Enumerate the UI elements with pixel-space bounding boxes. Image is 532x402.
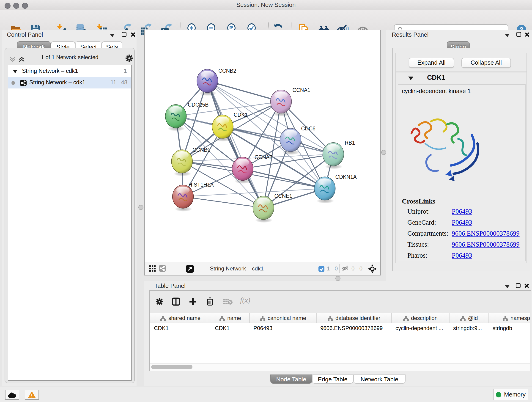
function-builder-icon: f(x) bbox=[240, 296, 250, 304]
table-panel-title: Table Panel bbox=[154, 282, 186, 289]
gene-detail-box: cyclin-dependent kinase 1 bbox=[398, 84, 526, 261]
network-options-gear-icon[interactable] bbox=[125, 54, 133, 62]
table-tab-node-table[interactable]: Node Table bbox=[270, 375, 312, 384]
network-node-HIST1H1A[interactable]: HIST1H1A bbox=[172, 182, 214, 211]
column-header-canonical-name[interactable]: canonical name bbox=[250, 313, 317, 323]
scrollbar-thumb[interactable] bbox=[151, 365, 192, 369]
crosslink-value[interactable]: 9606.ENSP00000378699 bbox=[452, 230, 520, 237]
network-node-count: 11 bbox=[110, 79, 116, 86]
table-header: shared namenamecanonical namedatabase id… bbox=[150, 313, 530, 323]
control-panel-float-icon[interactable] bbox=[122, 32, 127, 37]
bottom-splitter-handle[interactable] bbox=[336, 276, 341, 281]
table-panel: Table Panel f(x) shared namenamecanonica… bbox=[144, 281, 532, 386]
crosslink-value[interactable]: P06493 bbox=[452, 219, 472, 226]
hidden-eye-icon[interactable] bbox=[342, 265, 349, 271]
network-edge[interactable] bbox=[183, 197, 264, 208]
network-view-icon[interactable] bbox=[159, 265, 166, 272]
column-header-description[interactable]: description bbox=[392, 313, 450, 323]
column-header-name[interactable]: name bbox=[211, 313, 250, 323]
crosslinks-title: CrossLinks bbox=[402, 198, 435, 205]
detach-view-icon[interactable] bbox=[186, 265, 194, 273]
network-tree-row-selected[interactable]: String Network – cdk1 11 48 bbox=[8, 77, 131, 89]
crosslink-label: Tissues: bbox=[407, 241, 452, 249]
fit-content-icon[interactable] bbox=[368, 264, 377, 273]
crosslink-value[interactable]: P06493 bbox=[452, 252, 472, 259]
network-node-CDC25B[interactable]: CDC25B bbox=[165, 102, 209, 131]
bar-separator bbox=[339, 264, 340, 273]
table-cell[interactable]: stringdb bbox=[489, 323, 530, 333]
table-cell[interactable]: CDK1 bbox=[211, 323, 250, 333]
node-label-CCNA1: CCNA1 bbox=[293, 87, 310, 93]
delete-column-icon[interactable] bbox=[206, 297, 214, 306]
add-column-icon[interactable] bbox=[189, 298, 197, 306]
network-node-CCNB1[interactable]: CCNB1 bbox=[171, 147, 210, 176]
hidden-counts: 0 - 0 bbox=[351, 265, 362, 272]
control-panel-collapse-icon[interactable] bbox=[110, 34, 114, 37]
grid-view-icon[interactable] bbox=[149, 265, 156, 272]
network-status-dot bbox=[12, 81, 15, 85]
control-panel-close-icon[interactable] bbox=[131, 32, 136, 37]
table-cell[interactable]: P06493 bbox=[250, 323, 317, 333]
memory-button[interactable]: Memory bbox=[493, 389, 528, 400]
collapse-all-networks-icon[interactable] bbox=[10, 57, 16, 62]
cloud-button[interactable] bbox=[5, 390, 19, 400]
network-node-CCNB2[interactable]: CCNB2 bbox=[197, 68, 236, 96]
network-tree: String Network – cdk1 1 String Network –… bbox=[8, 65, 132, 381]
table-panel-float-icon[interactable] bbox=[516, 283, 520, 288]
expand-all-button[interactable]: Expand All bbox=[409, 58, 454, 68]
network-node-CCNA2[interactable]: CCNA2 bbox=[232, 154, 272, 184]
crosslink-value[interactable]: P06493 bbox=[452, 208, 472, 216]
network-node-CDKN1A[interactable]: CDKN1A bbox=[314, 174, 357, 203]
network-node-CCNE1[interactable]: CCNE1 bbox=[253, 193, 292, 223]
delete-table-icon[interactable] bbox=[223, 298, 233, 305]
table-cell[interactable]: cyclin-dependent ... bbox=[392, 323, 450, 333]
node-label-CCNA2: CCNA2 bbox=[254, 154, 272, 160]
table-panel-close-icon[interactable] bbox=[524, 283, 529, 288]
string-results-box: Expand All Collapse All CDK1 cyclin-depe… bbox=[392, 48, 530, 271]
table-tab-network-table[interactable]: Network Table bbox=[353, 375, 405, 384]
gene-collapse-icon[interactable] bbox=[408, 77, 413, 80]
column-type-icon bbox=[220, 316, 225, 321]
table-gear-icon[interactable] bbox=[155, 298, 164, 306]
warning-button[interactable] bbox=[25, 390, 39, 400]
column-header-@id[interactable]: @id bbox=[450, 313, 489, 323]
node-label-CCNB1: CCNB1 bbox=[192, 147, 210, 153]
column-header-shared-name[interactable]: shared name bbox=[150, 313, 211, 323]
crosslink-value[interactable]: 9606.ENSP00000378699 bbox=[452, 241, 520, 249]
table-cell[interactable]: 9606.ENSP00000378699 bbox=[317, 323, 392, 333]
collapse-all-button[interactable]: Collapse All bbox=[462, 58, 511, 68]
node-label-RB1: RB1 bbox=[345, 140, 355, 146]
horizontal-scrollbar[interactable] bbox=[150, 363, 530, 371]
network-edge[interactable] bbox=[243, 169, 325, 188]
table-box: f(x) shared namenamecanonical namedataba… bbox=[149, 290, 531, 371]
network-edge[interactable] bbox=[207, 81, 263, 208]
table-cell[interactable]: CDK1 bbox=[150, 323, 211, 333]
network-node-CCNA1[interactable]: CCNA1 bbox=[271, 87, 310, 116]
network-selection-status: 1 of 1 Network selected bbox=[23, 54, 116, 63]
results-panel-collapse-icon[interactable] bbox=[505, 34, 510, 37]
column-header-namespace[interactable]: namespace bbox=[489, 313, 530, 323]
table-panel-collapse-icon[interactable] bbox=[505, 285, 510, 288]
main-toolbar: ? bbox=[0, 10, 532, 30]
show-columns-icon[interactable] bbox=[172, 298, 180, 306]
results-panel-close-icon[interactable] bbox=[525, 32, 530, 37]
expand-collapse-box: Expand All Collapse All bbox=[395, 53, 527, 72]
gene-description: cyclin-dependent kinase 1 bbox=[402, 88, 471, 95]
network-canvas[interactable]: CCNB2CCNA1CDC25BCDK1CDC6RB1CCNB1CCNA2CDK… bbox=[145, 30, 380, 262]
window-title: Session: New Session bbox=[0, 0, 532, 10]
status-bar: Memory bbox=[0, 386, 532, 402]
table-tab-edge-table[interactable]: Edge Table bbox=[312, 375, 353, 384]
column-header-database-identifier[interactable]: database identifier bbox=[317, 313, 392, 323]
selected-checkbox-icon[interactable] bbox=[318, 266, 324, 272]
right-splitter-handle[interactable] bbox=[381, 150, 386, 155]
crosslinks-list: Uniprot:P06493GeneCard:P06493Compartment… bbox=[407, 208, 522, 263]
network-node-RB1[interactable]: RB1 bbox=[323, 140, 355, 169]
network-tree-root-row[interactable]: String Network – cdk1 1 bbox=[8, 66, 131, 77]
crosslink-label: Pharos: bbox=[407, 252, 452, 259]
table-cell[interactable]: stringdb:9... bbox=[450, 323, 489, 333]
tree-expand-icon[interactable] bbox=[13, 70, 17, 73]
left-splitter-handle[interactable] bbox=[138, 205, 143, 210]
crosslink-label: GeneCard: bbox=[407, 219, 452, 226]
results-panel-float-icon[interactable] bbox=[516, 32, 521, 37]
table-row[interactable]: CDK1CDK1P064939606.ENSP00000378699cyclin… bbox=[150, 323, 530, 333]
